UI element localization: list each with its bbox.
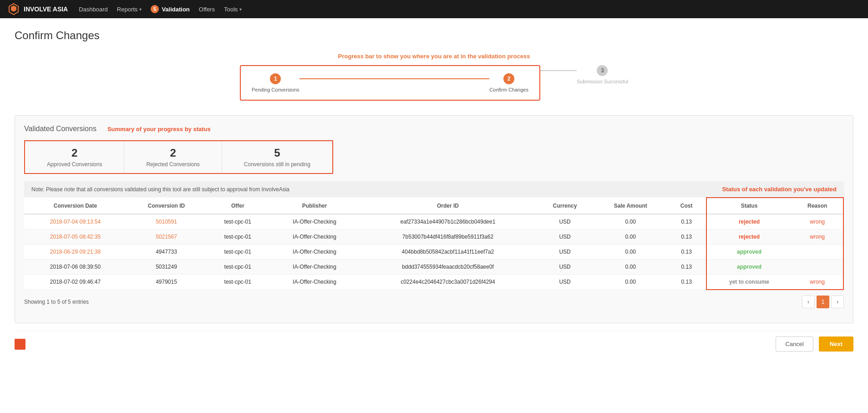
cell-date: 2018-07-04 09:13:54 bbox=[24, 214, 127, 229]
stats-box: 2 Approved Conversions 2 Rejected Conver… bbox=[24, 140, 333, 174]
step-3-circle: 3 bbox=[597, 65, 608, 76]
rejected-count: 2 bbox=[146, 147, 199, 159]
cell-currency: USD bbox=[536, 245, 594, 260]
logo: INVOLVE ASIA bbox=[7, 3, 68, 15]
step-line-1 bbox=[299, 78, 490, 79]
bottom-actions: Cancel Next bbox=[15, 331, 853, 357]
pending-conversions-stat: 5 Conversions still in pending bbox=[222, 141, 332, 173]
prev-page-btn[interactable]: ‹ bbox=[802, 296, 815, 308]
approved-conversions-stat: 2 Approved Conversions bbox=[25, 141, 124, 173]
col-offer: Offer bbox=[206, 198, 269, 214]
cell-currency: USD bbox=[536, 229, 594, 245]
step-1-label: Pending Conversions bbox=[252, 87, 299, 92]
cell-order-id: c0224e4c2046427cbc3a0071d26f4294 bbox=[360, 275, 536, 290]
cell-order-id: bddd374555934feaacdcb20cf58aee0f bbox=[360, 260, 536, 275]
cell-reason bbox=[792, 245, 843, 260]
cell-status: approved bbox=[706, 260, 792, 275]
validated-title: Validated Conversions bbox=[24, 125, 96, 133]
col-conv-id: Conversion ID bbox=[127, 198, 206, 214]
conversions-table: Conversion Date Conversion ID Offer Publ… bbox=[24, 197, 844, 290]
nav-links: Dashboard Reports ▾ 5 Validation Offers … bbox=[79, 5, 861, 13]
col-status: Status bbox=[706, 198, 792, 214]
col-order-id: Order ID bbox=[360, 198, 536, 214]
cell-date: 2018-07-06 08:39:50 bbox=[24, 260, 127, 275]
cell-status: rejected bbox=[706, 229, 792, 245]
step-3-label: Submission Successful bbox=[577, 79, 628, 84]
svg-marker-1 bbox=[11, 5, 16, 12]
table-row: 2018-06-29 09:21:38 4947733 test-cpc-01 … bbox=[24, 245, 843, 260]
next-button[interactable]: Next bbox=[819, 337, 853, 352]
cell-publisher: IA-Offer-Checking bbox=[269, 245, 360, 260]
cell-conv-id: 5021567 bbox=[127, 229, 206, 245]
page-content: Confirm Changes Progress bar to show you… bbox=[0, 18, 868, 413]
col-cost: Cost bbox=[667, 198, 706, 214]
cell-offer: test-cpc-01 bbox=[206, 245, 269, 260]
reports-chevron-icon: ▾ bbox=[139, 7, 142, 12]
step-2-circle: 2 bbox=[503, 73, 514, 84]
cell-publisher: IA-Offer-Checking bbox=[269, 275, 360, 290]
nav-validation[interactable]: 5 Validation bbox=[151, 5, 189, 13]
cancel-button[interactable]: Cancel bbox=[776, 337, 813, 352]
approved-count: 2 bbox=[47, 147, 102, 159]
cell-sale-amount: 0.00 bbox=[594, 214, 667, 229]
cell-conv-id: 5031249 bbox=[127, 260, 206, 275]
summary-label: Summary of your progress by status bbox=[107, 126, 211, 133]
table-row: 2018-07-02 09:46:47 4979015 test-cpc-01 … bbox=[24, 275, 843, 290]
top-navigation: INVOLVE ASIA Dashboard Reports ▾ 5 Valid… bbox=[0, 0, 868, 18]
cell-status: rejected bbox=[706, 214, 792, 229]
approved-desc: Approved Conversions bbox=[47, 161, 102, 168]
cell-cost: 0.13 bbox=[667, 275, 706, 290]
cell-status: yet to consume bbox=[706, 275, 792, 290]
cell-publisher: IA-Offer-Checking bbox=[269, 214, 360, 229]
progress-bar: 1 Pending Conversions 2 Confirm Changes bbox=[240, 65, 540, 101]
cell-offer: test-cpc-01 bbox=[206, 260, 269, 275]
cell-currency: USD bbox=[536, 214, 594, 229]
red-indicator bbox=[15, 339, 25, 350]
nav-reports[interactable]: Reports ▾ bbox=[117, 6, 142, 13]
logo-text: INVOLVE ASIA bbox=[24, 5, 68, 13]
showing-entries: Showing 1 to 5 of 5 entries bbox=[24, 299, 89, 305]
table-row: 2018-07-06 08:39:50 5031249 test-cpc-01 … bbox=[24, 260, 843, 275]
cell-offer: test-cpc-01 bbox=[206, 229, 269, 245]
validated-header: Validated Conversions Summary of your pr… bbox=[24, 125, 844, 133]
cell-sale-amount: 0.00 bbox=[594, 260, 667, 275]
step-2-label: Confirm Changes bbox=[489, 87, 528, 92]
next-page-btn[interactable]: › bbox=[831, 296, 844, 308]
col-date: Conversion Date bbox=[24, 198, 127, 214]
nav-tools[interactable]: Tools ▾ bbox=[224, 6, 242, 13]
note-text: Note: Please note that all conversions v… bbox=[31, 186, 289, 193]
cell-reason: wrong bbox=[792, 275, 843, 290]
cell-order-id: 7b53007b44df416f8af89be5911f3a62 bbox=[360, 229, 536, 245]
tools-chevron-icon: ▾ bbox=[239, 7, 242, 12]
logo-icon bbox=[7, 3, 20, 15]
pagination: ‹ 1 › bbox=[802, 296, 844, 308]
step-3: 3 Submission Successful bbox=[577, 65, 628, 84]
cell-publisher: IA-Offer-Checking bbox=[269, 260, 360, 275]
cell-status: approved bbox=[706, 245, 792, 260]
cell-currency: USD bbox=[536, 275, 594, 290]
cell-sale-amount: 0.00 bbox=[594, 229, 667, 245]
nav-offers[interactable]: Offers bbox=[199, 6, 215, 13]
cell-publisher: IA-Offer-Checking bbox=[269, 229, 360, 245]
cell-date: 2018-06-29 09:21:38 bbox=[24, 245, 127, 260]
page-title: Confirm Changes bbox=[15, 29, 853, 42]
table-footer: Showing 1 to 5 of 5 entries ‹ 1 › bbox=[24, 290, 844, 314]
cell-cost: 0.13 bbox=[667, 260, 706, 275]
cell-sale-amount: 0.00 bbox=[594, 275, 667, 290]
col-sale-amount: Sale Amount bbox=[594, 198, 667, 214]
cell-order-id: eaf27334a1e44907b1c286bcb049dee1 bbox=[360, 214, 536, 229]
page-1-btn[interactable]: 1 bbox=[817, 296, 829, 308]
nav-dashboard[interactable]: Dashboard bbox=[79, 6, 108, 13]
validation-badge: 5 bbox=[151, 5, 159, 13]
rejected-conversions-stat: 2 Rejected Conversions bbox=[124, 141, 222, 173]
cell-conv-id: 5010591 bbox=[127, 214, 206, 229]
progress-section: Progress bar to show you where you are a… bbox=[15, 53, 853, 101]
col-currency: Currency bbox=[536, 198, 594, 214]
cell-cost: 0.13 bbox=[667, 245, 706, 260]
cell-conv-id: 4947733 bbox=[127, 245, 206, 260]
table-row: 2018-07-04 09:13:54 5010591 test-cpc-01 … bbox=[24, 214, 843, 229]
cell-cost: 0.13 bbox=[667, 214, 706, 229]
cell-offer: test-cpc-01 bbox=[206, 214, 269, 229]
table-row: 2018-07-05 08:42:35 5021567 test-cpc-01 … bbox=[24, 229, 843, 245]
cell-reason bbox=[792, 260, 843, 275]
